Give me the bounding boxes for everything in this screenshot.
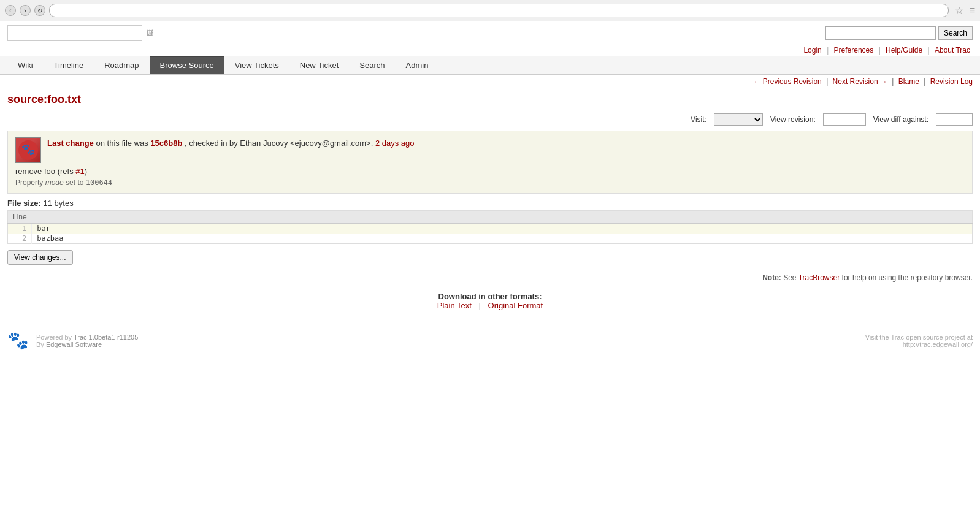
next-revision-link[interactable]: Next Revision → bbox=[833, 77, 887, 86]
back-button[interactable]: ‹ bbox=[5, 5, 16, 16]
property-name: mode bbox=[45, 178, 64, 187]
nav-preferences[interactable]: Preferences bbox=[834, 46, 874, 55]
reload-button[interactable]: ↻ bbox=[34, 5, 45, 16]
trac-version-link[interactable]: Trac 1.0beta1-r11205 bbox=[74, 333, 138, 341]
last-change-text: Last change on this file was 15c6b8b , c… bbox=[47, 137, 415, 150]
footer-right: Visit the Trac open source project at ht… bbox=[865, 333, 973, 348]
ticket-link[interactable]: #1 bbox=[75, 167, 84, 176]
nav-admin[interactable]: Admin bbox=[396, 56, 439, 74]
rev-sep1: | bbox=[826, 77, 828, 86]
top-search-input[interactable] bbox=[825, 26, 936, 40]
trac-paw-icon: 🐾 bbox=[7, 330, 29, 351]
filename: foo.txt bbox=[47, 93, 81, 105]
footer-powered-by: Powered by Trac 1.0beta1-r11205 By Edgew… bbox=[36, 333, 138, 348]
nav-view-tickets[interactable]: View Tickets bbox=[224, 56, 289, 74]
note-middle: See bbox=[783, 273, 798, 282]
note-line: Note: See TracBrowser for help on using … bbox=[0, 271, 980, 284]
file-size-line: File size: 11 bytes bbox=[0, 196, 980, 210]
view-diff-input[interactable] bbox=[936, 113, 973, 126]
property-line: Property mode set to 100644 bbox=[15, 178, 965, 187]
trac-url-link[interactable]: http://trac.edgewall.org/ bbox=[903, 341, 973, 348]
top-search-button[interactable]: Search bbox=[938, 26, 973, 40]
page-title: source:foo.txt bbox=[0, 88, 980, 111]
revision-nav: ← Previous Revision | Next Revision → | … bbox=[0, 75, 980, 88]
last-change-middle: on this file was bbox=[96, 139, 150, 148]
edgewall-link[interactable]: Edgewall Software bbox=[46, 341, 102, 348]
trac-search-box-top[interactable] bbox=[7, 25, 142, 41]
trac-nav-links: Login | Preferences | Help/Guide | About… bbox=[0, 45, 980, 56]
trac-footer-logo: 🐾 bbox=[7, 330, 29, 351]
revision-link[interactable]: 15c6b8b bbox=[150, 139, 182, 148]
revision-log-link[interactable]: Revision Log bbox=[930, 77, 973, 86]
time-ago: 2 days ago bbox=[375, 139, 415, 148]
sep2: | bbox=[879, 46, 881, 55]
sep3: | bbox=[928, 46, 930, 55]
source-prefix: source: bbox=[7, 93, 47, 105]
prev-revision-link[interactable]: ← Previous Revision bbox=[753, 77, 821, 86]
top-search-area: Search bbox=[825, 26, 973, 40]
forward-button[interactable]: › bbox=[20, 5, 31, 16]
line-number: 2 bbox=[8, 234, 32, 244]
nav-roadmap[interactable]: Roadmap bbox=[94, 56, 149, 74]
trac-footer: 🐾 Powered by Trac 1.0beta1-r11205 By Edg… bbox=[0, 324, 980, 357]
line-content: bar bbox=[32, 224, 973, 234]
rev-sep3: | bbox=[924, 77, 925, 86]
view-revision-label: View revision: bbox=[770, 115, 816, 124]
trac-logo-area: 🖼 bbox=[7, 25, 153, 41]
trac-avatar-icon: 🐾 bbox=[17, 139, 40, 162]
commit-message: remove foo (refs #1) bbox=[15, 167, 965, 176]
address-bar[interactable]: localhost:8000/newtest/browser/foo.txt bbox=[49, 4, 949, 17]
file-size-label: File size: bbox=[7, 199, 41, 208]
nav-timeline[interactable]: Timeline bbox=[44, 56, 94, 74]
nav-search[interactable]: Search bbox=[349, 56, 395, 74]
view-changes-button[interactable]: View changes... bbox=[7, 250, 73, 265]
download-plain-text[interactable]: Plain Text bbox=[437, 301, 472, 310]
note-label: Note: bbox=[762, 273, 781, 282]
last-change-bold: Last change bbox=[47, 139, 94, 148]
download-formats: Download in other formats: Plain Text | … bbox=[0, 284, 980, 318]
property-set: set to bbox=[64, 178, 86, 187]
checked-in-text: , checked in by Ethan Jucovy <ejucovy@gm… bbox=[185, 139, 375, 148]
info-box: 🐾 Last change on this file was 15c6b8b ,… bbox=[7, 131, 973, 194]
browser-menu-icon[interactable]: ≡ bbox=[970, 5, 975, 16]
bookmark-icon[interactable]: ☆ bbox=[955, 5, 963, 17]
file-size-value: 11 bytes bbox=[44, 199, 74, 208]
visit-label: Visit: bbox=[691, 115, 706, 124]
table-row: 1 bar bbox=[8, 224, 973, 234]
property-value: 100644 bbox=[86, 178, 112, 187]
view-controls: Visit: View revision: View diff against: bbox=[0, 111, 980, 128]
nav-new-ticket[interactable]: New Ticket bbox=[289, 56, 350, 74]
browser-chrome: ‹ › ↻ localhost:8000/newtest/browser/foo… bbox=[0, 0, 980, 21]
nav-about[interactable]: About Trac bbox=[935, 46, 970, 55]
info-box-header: 🐾 Last change on this file was 15c6b8b ,… bbox=[15, 137, 965, 163]
table-row: 2 bazbaa bbox=[8, 234, 973, 244]
line-number: 1 bbox=[8, 224, 32, 234]
svg-text:🐾: 🐾 bbox=[21, 143, 36, 156]
footer-by: By bbox=[36, 341, 46, 348]
trac-navbar: Wiki Timeline Roadmap Browse Source View… bbox=[0, 56, 980, 75]
sep1: | bbox=[827, 46, 829, 55]
footer-visit-text: Visit the Trac open source project at bbox=[865, 333, 973, 341]
commit-msg-text: remove foo (refs bbox=[15, 167, 75, 176]
commit-avatar: 🐾 bbox=[15, 137, 41, 163]
nav-browse-source[interactable]: Browse Source bbox=[150, 56, 224, 74]
ticket-suffix: ) bbox=[85, 167, 87, 176]
nav-login[interactable]: Login bbox=[803, 46, 821, 55]
trac-browser-link[interactable]: TracBrowser bbox=[798, 273, 840, 282]
view-revision-input[interactable] bbox=[823, 113, 866, 126]
line-col-header: Line bbox=[8, 211, 32, 224]
download-label: Download in other formats: bbox=[438, 292, 542, 301]
view-changes-area: View changes... bbox=[0, 244, 980, 271]
code-col-header bbox=[32, 211, 973, 224]
rev-sep2: | bbox=[892, 77, 894, 86]
blame-link[interactable]: Blame bbox=[898, 77, 919, 86]
nav-help[interactable]: Help/Guide bbox=[886, 46, 922, 55]
footer-left: 🐾 Powered by Trac 1.0beta1-r11205 By Edg… bbox=[7, 330, 138, 351]
trac-top-bar: 🖼 Search bbox=[0, 21, 980, 45]
nav-wiki[interactable]: Wiki bbox=[7, 56, 44, 74]
view-diff-label: View diff against: bbox=[873, 115, 928, 124]
line-content: bazbaa bbox=[32, 234, 973, 244]
note-suffix: for help on using the repository browser… bbox=[842, 273, 973, 282]
visit-select[interactable] bbox=[714, 113, 763, 126]
download-original-format[interactable]: Original Format bbox=[488, 301, 543, 310]
